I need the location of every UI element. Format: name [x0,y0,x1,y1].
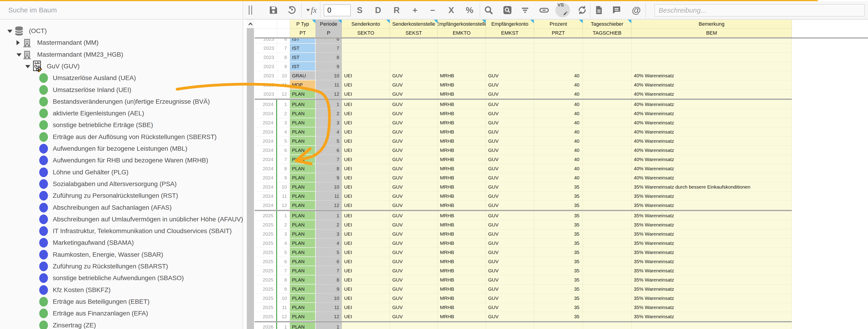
cell-senderkonto[interactable] [342,62,390,71]
tree-item[interactable]: (OCT) [0,25,242,37]
cell-tagesschieber[interactable] [583,62,631,71]
cell-bemerkung[interactable]: 35% Wareneinsatz [631,201,792,210]
cell-senderkonto[interactable]: UEI [342,201,390,210]
cell-tagesschieber[interactable] [583,109,631,118]
cell-year[interactable]: 2024 [255,155,277,164]
cell-ptype[interactable]: PLAN [290,155,316,164]
cell-ptype[interactable]: PLAN [290,173,316,182]
cell-bemerkung[interactable]: 35% Wareneinsatz [631,248,792,257]
cell-empfaengerkonto[interactable] [486,53,534,62]
cell-empfaengerkostenstelle[interactable] [438,322,486,329]
cell-year[interactable]: 2024 [255,182,277,191]
cell-empfaengerkostenstelle[interactable]: MRHB [438,100,486,109]
cell-year[interactable]: 2026 [255,322,277,329]
cell-empfaengerkostenstelle[interactable]: MRHB [438,220,486,230]
cell-empfaengerkostenstelle[interactable]: MRHB [438,201,486,210]
cell-senderkostenstelle[interactable]: GUV [390,230,438,239]
cell-prozent[interactable]: 35 [534,257,583,266]
cell-prozent[interactable]: 40 [534,137,583,146]
cell-empfaengerkostenstelle[interactable]: MRHB [438,257,486,266]
cell-empfaengerkonto[interactable] [486,62,534,71]
s-button[interactable]: S [357,6,363,14]
cell-senderkonto[interactable]: UEI [342,248,390,257]
cell-prozent[interactable]: 40 [534,173,583,182]
cell-empfaengerkonto[interactable]: GUV [486,173,534,182]
cell-senderkostenstelle[interactable] [390,43,438,53]
panel-drag-handle-icon[interactable] [249,5,252,15]
cell-senderkonto[interactable]: UEI [342,220,390,230]
cell-periode[interactable]: 9 [316,62,342,71]
cell-period-index[interactable]: 9 [277,173,290,182]
cell-period-index[interactable]: 11 [277,191,290,201]
cell-prozent[interactable]: 40 [534,89,583,99]
cell-ptype[interactable]: PLAN [290,303,316,312]
cell-prozent[interactable]: 40 [534,118,583,127]
cell-ptype[interactable]: PLAN [290,89,316,99]
tree-search-input[interactable] [8,1,224,19]
cell-period-index[interactable]: 6 [277,146,290,155]
cell-year[interactable]: 2025 [255,257,277,266]
cell-tagesschieber[interactable] [583,173,631,182]
cell-tagesschieber[interactable] [583,155,631,164]
cell-empfaengerkonto[interactable]: GUV [486,80,534,89]
cell-prozent[interactable] [534,62,583,71]
cell-prozent[interactable]: 40 [534,146,583,155]
cell-period-index[interactable]: 3 [277,230,290,239]
cell-year[interactable]: 2024 [255,201,277,210]
cell-periode[interactable]: 1 [316,100,342,109]
cell-bemerkung[interactable]: 40% Wareneinsatz [631,164,792,173]
cell-senderkonto[interactable]: UEI [342,182,390,191]
cell-ptype[interactable]: PLAN [290,239,316,248]
cell-senderkostenstelle[interactable]: GUV [390,71,438,80]
cell-bemerkung[interactable] [631,38,792,43]
cell-periode[interactable]: 11 [316,303,342,312]
cell-ptype[interactable]: PLAN [290,211,316,220]
cell-senderkonto[interactable]: UEI [342,80,390,89]
cell-bemerkung[interactable]: 40% Wareneinsatz [631,100,792,109]
cell-period-index[interactable]: 11 [277,80,290,89]
cell-tagesschieber[interactable] [583,294,631,303]
cell-tagesschieber[interactable] [583,266,631,275]
cell-empfaengerkostenstelle[interactable]: MRHB [438,248,486,257]
tree-item[interactable]: Aufwendungen für RHB und bezogene Waren … [0,155,242,166]
column-header-SEKST[interactable]: SEKST [390,29,438,37]
cell-senderkostenstelle[interactable] [390,62,438,71]
cell-senderkostenstelle[interactable]: GUV [390,266,438,275]
cell-ptype[interactable]: PLAN [290,322,316,329]
tree-item[interactable]: Zinsertrag (ZE) [0,320,242,329]
cell-empfaengerkonto[interactable]: GUV [486,191,534,201]
cell-tagesschieber[interactable] [583,322,631,329]
tree-item[interactable]: Umsatzerlöse Ausland (UEA) [0,72,242,84]
cell-year[interactable]: 2025 [255,303,277,312]
cell-periode[interactable]: 7 [316,43,342,53]
cell-senderkonto[interactable]: UEI [342,275,390,285]
column-header-row-labels[interactable] [255,29,277,37]
cell-periode[interactable]: 2 [316,220,342,230]
cell-empfaengerkostenstelle[interactable]: MRHB [438,285,486,294]
cell-tagesschieber[interactable] [583,80,631,89]
cell-empfaengerkostenstelle[interactable]: MRHB [438,266,486,275]
cell-empfaengerkonto[interactable] [486,38,534,43]
cell-senderkonto[interactable] [342,322,390,329]
cell-senderkonto[interactable] [342,53,390,62]
cell-bemerkung[interactable]: 40% Wareneinsatz [631,109,792,118]
cell-tagesschieber[interactable] [583,201,631,210]
cell-period-index[interactable]: 10 [277,182,290,191]
scroll-up-button[interactable] [247,20,254,28]
cell-tagesschieber[interactable] [583,43,631,53]
cell-senderkonto[interactable]: UEI [342,127,390,137]
cell-bemerkung[interactable]: 35% Wareneinsatz [631,285,792,294]
cell-year[interactable]: 2024 [255,118,277,127]
tree-item[interactable]: Zuführung zu Personalrückstellungen (RST… [0,190,242,202]
cell-period-index[interactable]: 4 [277,239,290,248]
cell-period-index[interactable]: 10 [277,294,290,303]
cell-periode[interactable]: 1 [316,322,342,329]
cell-senderkonto[interactable]: UEI [342,303,390,312]
cell-empfaengerkonto[interactable]: GUV [486,285,534,294]
column-header-row-labels[interactable] [277,20,290,29]
tree-item[interactable]: sonstige betriebliche Erträge (SBE) [0,119,242,131]
cell-tagesschieber[interactable] [583,220,631,230]
column-header-SEKTO[interactable]: SEKTO [342,29,390,37]
scrollbar-thumb[interactable] [247,28,254,329]
cell-prozent[interactable]: 40 [534,155,583,164]
